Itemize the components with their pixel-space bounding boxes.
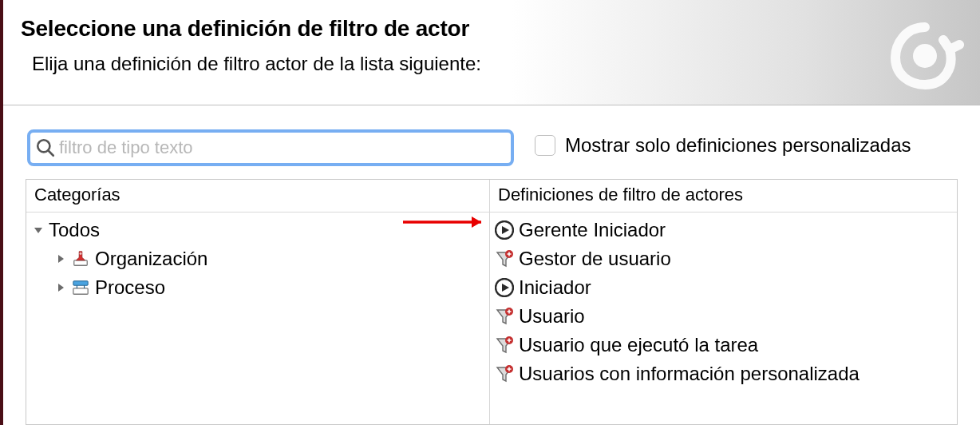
search-icon <box>35 137 56 158</box>
checkbox-box-icon <box>535 135 555 156</box>
tree-item-organization[interactable]: Organización <box>31 244 489 273</box>
process-icon <box>71 278 90 297</box>
tree-item-label: Proceso <box>95 276 165 299</box>
custom-only-checkbox[interactable]: Mostrar solo definiciones personalizadas <box>535 134 911 157</box>
categories-tree: Todos Organización Proceso <box>26 212 489 302</box>
definitions-pane: Definiciones de filtro de actores Gerent… <box>490 180 957 424</box>
play-circle-icon <box>493 276 516 299</box>
play-circle-icon <box>493 219 516 241</box>
funnel-plus-icon <box>493 363 516 385</box>
search-input[interactable] <box>57 137 506 159</box>
definition-item-usuario[interactable]: Usuario <box>493 302 957 331</box>
tree-item-label: Todos <box>49 219 100 241</box>
definition-item-gerente-iniciador[interactable]: Gerente Iniciador <box>493 216 957 244</box>
checkbox-label: Mostrar solo definiciones personalizadas <box>565 134 911 157</box>
definition-label: Usuario que ejecutó la tarea <box>519 334 758 356</box>
pin-icon <box>71 249 90 268</box>
definition-item-usuarios-info-personalizada[interactable]: Usuarios con información personalizada <box>493 359 957 388</box>
definition-label: Iniciador <box>519 276 591 299</box>
tree-item-label: Organización <box>95 248 207 270</box>
definition-item-usuario-ejecuto-tarea[interactable]: Usuario que ejecutó la tarea <box>493 331 957 359</box>
funnel-plus-icon <box>493 305 516 328</box>
definition-item-iniciador[interactable]: Iniciador <box>493 273 957 302</box>
funnel-plus-icon <box>493 334 516 356</box>
search-field-wrapper[interactable] <box>27 129 514 166</box>
dialog-banner: Seleccione una definición de filtro de a… <box>3 0 980 105</box>
chevron-right-icon[interactable] <box>53 280 68 295</box>
definitions-header: Definiciones de filtro de actores <box>490 180 957 212</box>
definition-label: Gestor de usuario <box>519 248 671 270</box>
definitions-list: Gerente Iniciador Gestor de usuario Inic… <box>490 212 957 388</box>
categories-header: Categorías <box>26 180 489 212</box>
filter-toolbar: Mostrar solo definiciones personalizadas <box>3 105 980 181</box>
categories-pane: Categorías Todos Organización <box>26 180 490 424</box>
page-title: Seleccione una definición de filtro de a… <box>21 16 469 42</box>
definition-item-gestor-usuario[interactable]: Gestor de usuario <box>493 244 957 273</box>
content-panes: Categorías Todos Organización <box>26 179 958 425</box>
tree-item-process[interactable]: Proceso <box>31 273 489 302</box>
definition-label: Usuarios con información personalizada <box>519 363 859 385</box>
definition-label: Gerente Iniciador <box>519 219 666 241</box>
funnel-plus-icon <box>493 248 516 270</box>
page-subtitle: Elija una definición de filtro actor de … <box>32 53 481 75</box>
definition-label: Usuario <box>519 305 585 328</box>
brand-logo-icon <box>881 3 969 91</box>
chevron-right-icon[interactable] <box>53 252 68 266</box>
chevron-down-icon[interactable] <box>31 223 45 237</box>
tree-item-all[interactable]: Todos <box>31 216 489 244</box>
